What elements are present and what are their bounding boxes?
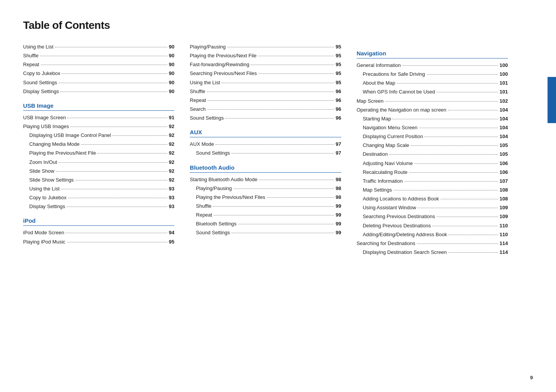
- column-3: NavigationGeneral Information100Precauti…: [357, 43, 508, 257]
- toc-dots: [424, 137, 498, 137]
- toc-dots: [232, 233, 334, 233]
- toc-page: 101: [499, 88, 508, 96]
- col1-sections: USB ImageUSB Image Screen91Playing USB I…: [23, 102, 174, 246]
- toc-dots: [437, 217, 498, 217]
- toc-dots: [385, 101, 498, 102]
- toc-page: 105: [499, 150, 508, 158]
- toc-dots: [267, 197, 334, 198]
- toc-page: 90: [169, 61, 174, 68]
- toc-item: AUX Mode97: [190, 140, 341, 148]
- toc-item: Destination105: [357, 150, 508, 158]
- toc-label: Repeat: [190, 211, 212, 219]
- toc-label: Shuffle: [190, 88, 205, 95]
- toc-page: 92: [169, 140, 174, 148]
- toc-dots: [207, 100, 334, 101]
- toc-item: Display Settings93: [23, 203, 174, 210]
- toc-label: Playing the Previous/Next Files: [190, 193, 265, 201]
- toc-label: Playing/Pausing: [190, 43, 225, 51]
- toc-dots: [417, 244, 498, 244]
- toc-dots: [62, 73, 167, 74]
- toc-item: Shuffle99: [190, 202, 341, 210]
- toc-item: Adjusting Navi Volume106: [357, 160, 508, 167]
- toc-item: Playing the Previous/Next File95: [190, 52, 341, 60]
- toc-dots: [207, 109, 334, 110]
- toc-label: Using the List: [23, 185, 60, 193]
- toc-dots: [222, 83, 334, 83]
- toc-item: Playing/Pausing95: [190, 43, 341, 51]
- toc-dots: [60, 92, 167, 92]
- toc-label: Starting Bluetooth Audio Mode: [190, 176, 257, 183]
- toc-label: Searching Previous Destinations: [357, 213, 435, 220]
- toc-label: Display Settings: [23, 88, 59, 95]
- toc-page: 92: [169, 176, 174, 184]
- toc-dots: [409, 172, 498, 173]
- toc-page: 109: [499, 204, 508, 212]
- toc-item: Operating the Navigation on map screen10…: [357, 106, 508, 114]
- toc-page: 96: [336, 114, 341, 122]
- toc-dots: [67, 242, 167, 242]
- toc-label: Adding Locations to Address Book: [357, 195, 439, 203]
- toc-dots: [427, 74, 498, 75]
- toc-dots: [67, 118, 167, 118]
- toc-page: 98: [336, 185, 341, 192]
- toc-item: Map Settings108: [357, 186, 508, 194]
- toc-label: Sound Settings: [190, 229, 230, 237]
- toc-page: 93: [169, 203, 174, 210]
- toc-dots: [56, 171, 167, 172]
- toc-dots: [58, 162, 167, 163]
- toc-item: Searching Previous Destinations109: [357, 213, 508, 220]
- toc-dots: [448, 110, 498, 110]
- toc-label: Searching for Destinations: [357, 240, 415, 247]
- toc-page: 91: [169, 114, 174, 122]
- toc-label: Using the List: [23, 43, 53, 51]
- section-heading: iPod: [23, 217, 174, 224]
- toc-label: Navigation Menu Screen: [357, 124, 417, 132]
- toc-page: 90: [169, 52, 174, 60]
- toc-item: Searching Previous/Next Files95: [190, 70, 341, 77]
- toc-page: 96: [336, 88, 341, 95]
- toc-label: Zoom In/Out: [23, 158, 57, 166]
- toc-page: 104: [499, 124, 508, 132]
- toc-item: Using the List95: [190, 79, 341, 87]
- toc-item: Repeat96: [190, 97, 341, 104]
- toc-item: Search96: [190, 105, 341, 113]
- toc-page: 93: [169, 185, 174, 193]
- toc-page: 92: [169, 123, 174, 130]
- toc-page: 107: [499, 177, 508, 185]
- section-heading: USB Image: [23, 102, 174, 109]
- toc-page: 114: [499, 240, 508, 247]
- toc-item: Displaying Current Position104: [357, 133, 508, 140]
- toc-item: Using the List93: [23, 185, 174, 193]
- toc-dots: [215, 144, 334, 145]
- toc-dots: [214, 215, 334, 215]
- toc-label: Slide Show: [23, 167, 54, 175]
- page-wrapper: Table of Contents Using the List90Shuffl…: [0, 0, 531, 277]
- toc-dots: [97, 153, 167, 153]
- toc-label: Recalculating Route: [357, 168, 407, 176]
- toc-item: Repeat99: [190, 211, 341, 219]
- toc-item: Sound Settings90: [23, 79, 174, 87]
- toc-page: 104: [499, 106, 508, 114]
- toc-item: Using the List90: [23, 43, 174, 51]
- toc-page: 99: [336, 202, 341, 210]
- toc-dots: [234, 188, 334, 189]
- toc-dots: [232, 153, 334, 153]
- toc-page: 110: [499, 231, 508, 239]
- toc-item: Using Assistant Window109: [357, 204, 508, 212]
- toc-dots: [81, 144, 167, 145]
- toc-label: Sound Settings: [190, 114, 224, 122]
- toc-dots: [41, 65, 167, 65]
- toc-item: Playing the Previous/Next Files98: [190, 193, 341, 201]
- toc-label: Map Settings: [357, 186, 392, 194]
- toc-page: 96: [336, 97, 341, 104]
- toc-page: 94: [169, 229, 174, 237]
- toc-dots: [402, 65, 498, 66]
- column-2: Playing/Pausing95Playing the Previous/Ne…: [190, 43, 356, 238]
- toc-page: 92: [169, 149, 174, 157]
- column-1: Using the List90Shuffle90Repeat90Copy to…: [23, 43, 190, 247]
- toc-page: 99: [336, 229, 341, 237]
- toc-page: 100: [499, 62, 508, 69]
- toc-item: Adding/Editing/Deleting Address Book110: [357, 231, 508, 239]
- toc-item: Zoom In/Out92: [23, 158, 174, 166]
- toc-dots: [207, 92, 334, 92]
